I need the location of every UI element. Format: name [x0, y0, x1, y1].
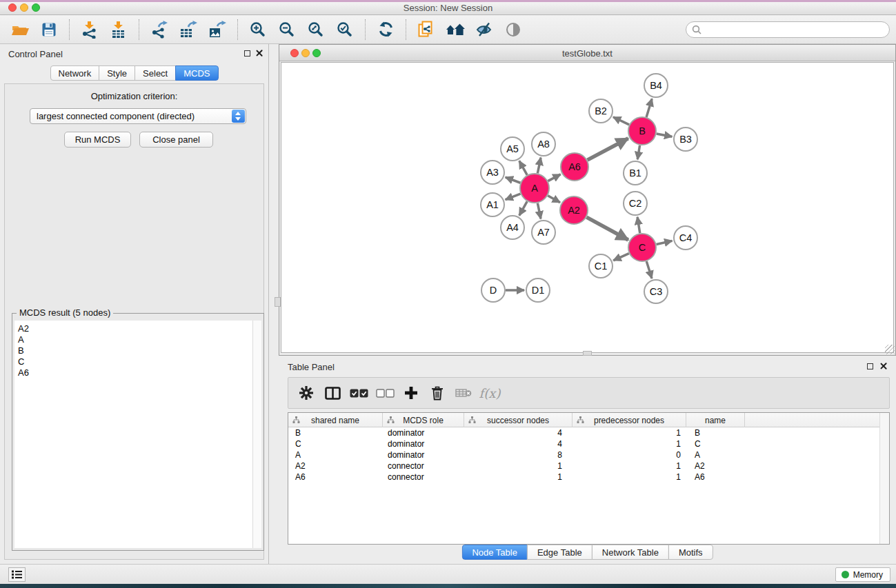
graph-node-B2[interactable]: B2	[589, 99, 613, 123]
task-history-button[interactable]	[8, 567, 26, 582]
edge-B-B3[interactable]	[657, 134, 673, 136]
table-row[interactable]: Bdominator41B	[288, 427, 879, 438]
tab-network-table[interactable]: Network Table	[592, 545, 669, 560]
graph-node-A3[interactable]: A3	[481, 161, 504, 184]
column-header-predecessor-nodes[interactable]: predecessor nodes	[573, 413, 686, 427]
delete-table-button[interactable]	[450, 380, 477, 406]
graph-node-C[interactable]: C	[628, 234, 656, 261]
zoom-out-button[interactable]	[272, 17, 301, 42]
column-header-MCDS-role[interactable]: MCDS role	[383, 413, 464, 427]
tab-select[interactable]: Select	[135, 65, 176, 81]
tab-style[interactable]: Style	[99, 65, 135, 81]
tab-network[interactable]: Network	[50, 65, 99, 81]
graph-node-A5[interactable]: A5	[501, 137, 524, 161]
deselect-all-button[interactable]	[372, 380, 398, 406]
edge-A-A2[interactable]	[548, 196, 560, 203]
export-network-button[interactable]	[145, 17, 174, 42]
result-item[interactable]: B	[18, 345, 252, 356]
export-image-button[interactable]	[203, 17, 232, 42]
column-header-name[interactable]: name	[686, 413, 745, 427]
tab-edge-table[interactable]: Edge Table	[527, 545, 593, 560]
graph-node-D[interactable]: D	[481, 278, 505, 302]
zoom-in-button[interactable]	[243, 17, 272, 42]
network-canvas[interactable]: B4B2BB3A8A5A6A3B1AC2A1A2A4A7C4CC1C3DD1	[281, 62, 894, 353]
graph-node-A6[interactable]: A6	[561, 153, 588, 181]
function-builder-button[interactable]: f(x)	[477, 380, 503, 406]
result-item[interactable]: A	[18, 334, 252, 345]
import-network-button[interactable]	[75, 17, 104, 42]
result-list-scrollbar[interactable]	[252, 321, 261, 548]
memory-button[interactable]: Memory	[835, 567, 890, 582]
graph-node-B1[interactable]: B1	[624, 161, 647, 185]
graph-node-C1[interactable]: C1	[589, 254, 613, 278]
show-graphics-details-button[interactable]	[499, 17, 528, 42]
graph-node-A2[interactable]: A2	[560, 196, 588, 224]
search-input[interactable]	[701, 25, 889, 35]
edge-A-A3[interactable]	[506, 177, 521, 183]
edge-A2-C[interactable]	[586, 217, 628, 240]
table-settings-button[interactable]	[293, 380, 319, 406]
select-all-button[interactable]	[346, 380, 372, 406]
save-session-button[interactable]	[34, 17, 63, 42]
edge-A-A8[interactable]	[537, 158, 541, 174]
graph-node-A[interactable]: A	[520, 174, 549, 203]
graph-node-D1[interactable]: D1	[526, 278, 550, 302]
vertical-split-handle[interactable]	[275, 297, 281, 307]
close-panel-icon[interactable]	[255, 49, 263, 57]
edge-C-C3[interactable]	[646, 261, 652, 278]
export-table-button[interactable]	[174, 17, 203, 42]
edge-B-B2[interactable]	[613, 117, 629, 125]
tab-node-table[interactable]: Node Table	[461, 545, 528, 560]
edge-A-A7[interactable]	[537, 203, 541, 219]
close-table-panel-icon[interactable]	[879, 362, 887, 369]
graph-node-C4[interactable]: C4	[674, 226, 697, 250]
graph-node-B[interactable]: B	[628, 117, 656, 145]
add-column-button[interactable]	[398, 380, 424, 406]
edge-C-C4[interactable]	[656, 241, 672, 244]
graph-node-C2[interactable]: C2	[624, 192, 647, 215]
zoom-selected-button[interactable]	[330, 17, 359, 42]
graph-node-A4[interactable]: A4	[501, 216, 524, 239]
window-resize-grip[interactable]	[885, 345, 895, 354]
run-mcds-button[interactable]: Run MCDS	[64, 132, 131, 148]
close-panel-button[interactable]: Close panel	[139, 132, 213, 148]
delete-column-button[interactable]	[424, 380, 450, 406]
table-scrollbar[interactable]	[879, 413, 889, 544]
tab-motifs[interactable]: Motifs	[668, 545, 713, 560]
new-network-from-file-button[interactable]	[412, 17, 441, 42]
edge-A-A5[interactable]	[519, 161, 527, 174]
result-item[interactable]: C	[18, 356, 252, 367]
edge-A-A1[interactable]	[506, 194, 521, 200]
result-item[interactable]: A2	[18, 323, 252, 334]
table-row[interactable]: A2connector11A2	[288, 460, 879, 472]
column-header-shared-name[interactable]: shared name	[288, 413, 383, 427]
table-row[interactable]: A6connector11A6	[288, 472, 879, 483]
graph-node-B3[interactable]: B3	[674, 128, 697, 151]
open-file-button[interactable]	[6, 17, 34, 42]
result-item[interactable]: A6	[18, 367, 252, 378]
graph-node-C3[interactable]: C3	[644, 280, 668, 303]
float-table-panel-icon[interactable]	[867, 363, 873, 369]
graph-node-A7[interactable]: A7	[532, 221, 555, 244]
horizontal-split-handle[interactable]	[583, 351, 592, 356]
table-row[interactable]: Adominator80A	[288, 449, 879, 460]
edge-A-A6[interactable]	[548, 174, 560, 181]
edge-C-C2[interactable]	[637, 217, 640, 233]
hide-graphics-details-button[interactable]	[470, 17, 499, 42]
zoom-fit-button[interactable]	[301, 17, 330, 42]
edge-B-B1[interactable]	[637, 145, 639, 160]
edge-A6-B[interactable]	[588, 139, 628, 160]
graph-node-B4[interactable]: B4	[644, 74, 668, 97]
search-field[interactable]	[686, 21, 890, 38]
criterion-dropdown[interactable]: largest connected component (directed)	[30, 108, 246, 124]
edge-C-C1[interactable]	[613, 254, 629, 261]
edge-B-B4[interactable]	[646, 99, 652, 117]
column-header-successor-nodes[interactable]: successor nodes	[464, 413, 573, 427]
table-row[interactable]: Cdominator41C	[288, 438, 879, 449]
home-button[interactable]	[441, 17, 470, 42]
tab-mcds[interactable]: MCDS	[175, 65, 218, 81]
edge-A-A4[interactable]	[519, 201, 527, 215]
refresh-button[interactable]	[371, 17, 400, 42]
float-panel-icon[interactable]	[244, 50, 250, 57]
graph-node-A8[interactable]: A8	[532, 132, 555, 156]
